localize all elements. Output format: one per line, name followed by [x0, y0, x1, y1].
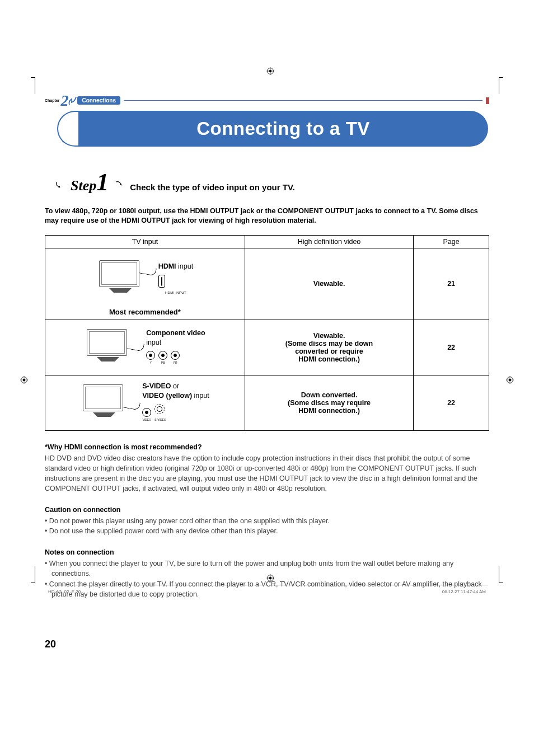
chapter-number: 2 — [60, 95, 68, 106]
th-tv-input: TV input — [45, 235, 245, 248]
chapter-badge: Connections — [77, 96, 120, 105]
caution-list: Do not power this player using any power… — [45, 516, 489, 536]
title-banner: Connecting to a TV — [45, 111, 489, 147]
step-description: Check the type of video input on your TV… — [130, 182, 294, 192]
recommend-label: Most recommended* — [49, 308, 241, 316]
page-ref: 22 — [447, 399, 455, 407]
page-ref: 22 — [447, 344, 455, 351]
hd-status: Down converted. (Some discs may require … — [288, 391, 371, 415]
th-page: Page — [414, 235, 489, 248]
caution-heading: Caution on connection — [45, 506, 489, 514]
tv-illustration-icon — [81, 383, 134, 422]
page-title: Connecting to a TV — [196, 118, 370, 139]
list-item: Do not use the supplied power cord with … — [45, 526, 489, 536]
chapter-header: Chapter 2 Connections — [45, 95, 489, 106]
page-number: 20 — [45, 638, 489, 650]
list-item: Do not power this player using any power… — [45, 516, 489, 526]
tv-illustration-icon — [85, 328, 138, 367]
port-sublabel: HDMI INPUT — [158, 290, 194, 295]
list-item: When you connect the player to your TV, … — [45, 558, 489, 579]
th-hd-video: High definition video — [245, 235, 413, 248]
hd-status: Viewable. — [313, 280, 345, 288]
divider — [124, 100, 483, 101]
table-row: HDMI input HDMI INPUT Most recommended* … — [45, 248, 489, 320]
step-heading: Step1 Check the type of video input on y… — [55, 168, 489, 196]
step-prefix: Step — [71, 177, 96, 194]
notes-heading: Notes on connection — [45, 548, 489, 556]
step-number: 1 — [96, 168, 109, 196]
table-row: Component videoinput Y PB PR Viewable. (… — [45, 320, 489, 375]
hdmi-port-icon — [158, 275, 165, 288]
table-row: S-VIDEO or VIDEO (yellow) input VIDEO S-… — [45, 375, 489, 430]
input-table: TV input High definition video Page H — [45, 235, 489, 431]
why-heading: *Why HDMI connection is most recommended… — [45, 443, 489, 451]
input-label: HDMI input HDMI INPUT — [158, 262, 194, 295]
page-ref: 21 — [447, 280, 455, 288]
swirl-arrow-icon — [55, 180, 65, 190]
banner-curve-icon — [57, 111, 79, 147]
chapter-separator-icon — [68, 96, 77, 106]
tv-illustration-icon — [97, 259, 151, 298]
swirl-arrow-icon — [114, 180, 124, 190]
svideo-port-icon — [154, 404, 165, 414]
notes-list: When you connect the player to your TV, … — [45, 558, 489, 599]
list-item: Connect the player directly to your TV. … — [45, 579, 489, 599]
component-jacks-icon: Y PB PR — [146, 351, 180, 365]
input-label: S-VIDEO or VIDEO (yellow) input VIDEO S-… — [142, 382, 209, 424]
why-body: HD DVD and DVD video disc creators have … — [45, 453, 489, 494]
footer-divider — [46, 585, 488, 585]
av-jacks-icon: VIDEO S-VIDEO — [142, 404, 166, 422]
footer-right-text: 06.12.27 11:47:44 AM — [442, 589, 486, 594]
footer-left-text: HD-A2_02_E 20 — [48, 589, 81, 594]
thumb-tab-icon — [486, 97, 489, 104]
chapter-label: Chapter — [45, 98, 59, 102]
intro-text: To view 480p, 720p or 1080i output, use … — [45, 206, 489, 226]
hd-status: Viewable. (Some discs may be down conver… — [285, 332, 373, 363]
input-label: Component videoinput Y PB PR — [146, 328, 205, 367]
